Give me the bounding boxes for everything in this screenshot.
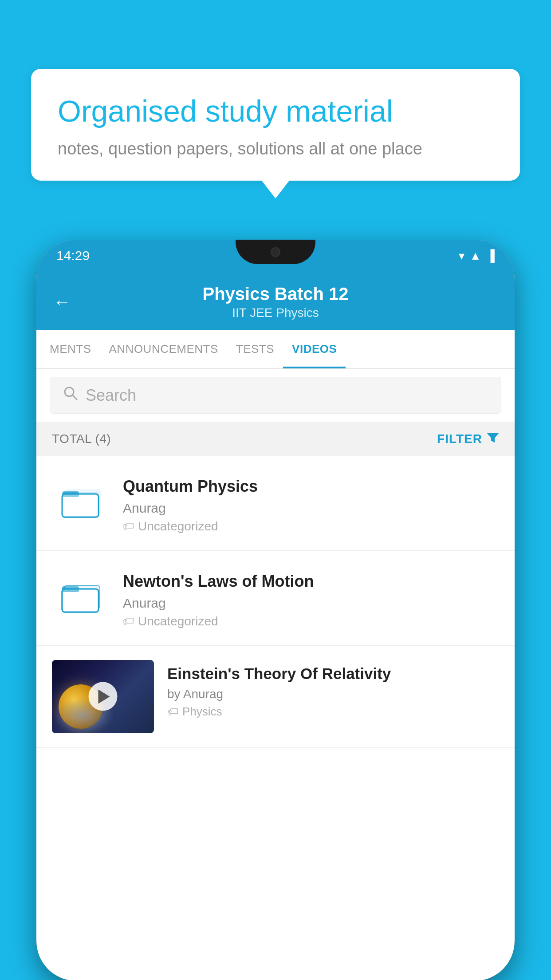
video-list: Quantum Physics Anurag 🏷 Uncategorized <box>36 456 515 748</box>
video-title-einstein: Einstein's Theory Of Relativity <box>167 664 499 684</box>
filter-label-text: FILTER <box>437 432 482 446</box>
header-subtitle: IIT JEE Physics <box>202 306 348 320</box>
search-bar-container: Search <box>36 369 515 422</box>
status-icons: ▾ ▲ ▐ <box>459 249 495 263</box>
video-title-quantum: Quantum Physics <box>123 476 499 497</box>
search-bar[interactable]: Search <box>50 377 501 414</box>
status-bar: 14:29 ▾ ▲ ▐ <box>36 240 515 272</box>
svg-line-1 <box>72 395 77 399</box>
tab-announcements[interactable]: ANNOUNCEMENTS <box>100 330 227 368</box>
play-button-icon[interactable] <box>89 682 118 711</box>
search-icon <box>63 385 79 405</box>
tab-tests[interactable]: TESTS <box>227 330 283 368</box>
app-header: ← Physics Batch 12 IIT JEE Physics <box>36 272 515 330</box>
svg-rect-8 <box>62 494 98 517</box>
tag-text-newton: Uncategorized <box>138 614 218 628</box>
header-title-group: Physics Batch 12 IIT JEE Physics <box>202 284 348 320</box>
video-thumb-quantum <box>52 473 110 530</box>
filter-row: TOTAL (4) FILTER <box>36 422 515 456</box>
video-info-einstein: Einstein's Theory Of Relativity by Anura… <box>167 660 499 719</box>
phone-screen: 14:29 ▾ ▲ ▐ ← Physics Batch 12 IIT JEE P… <box>36 240 515 980</box>
filter-funnel-icon <box>487 431 499 447</box>
speech-bubble-subtext: notes, question papers, solutions all at… <box>58 139 493 158</box>
header-title: Physics Batch 12 <box>202 284 348 304</box>
video-thumbnail-einstein <box>52 660 154 733</box>
svg-rect-14 <box>62 586 79 592</box>
tag-icon: 🏷 <box>123 614 134 628</box>
video-tag-einstein: 🏷 Physics <box>167 705 499 719</box>
svg-marker-2 <box>487 433 499 443</box>
video-title-newton: Newton's Laws of Motion <box>123 571 499 592</box>
status-time: 14:29 <box>56 248 90 263</box>
list-item[interactable]: Quantum Physics Anurag 🏷 Uncategorized <box>36 456 515 551</box>
tab-videos[interactable]: VIDEOS <box>283 330 346 368</box>
video-tag-newton: 🏷 Uncategorized <box>123 614 499 628</box>
play-triangle <box>98 689 110 703</box>
video-info-quantum: Quantum Physics Anurag 🏷 Uncategorized <box>123 473 499 533</box>
speech-bubble-heading: Organised study material <box>58 93 493 130</box>
speech-bubble: Organised study material notes, question… <box>31 69 520 181</box>
camera-dot <box>271 247 280 257</box>
wifi-icon: ▾ <box>459 249 464 263</box>
svg-rect-13 <box>62 589 98 612</box>
video-author-einstein: by Anurag <box>167 687 499 701</box>
tag-icon: 🏷 <box>123 519 134 533</box>
video-tag-quantum: 🏷 Uncategorized <box>123 519 499 533</box>
tag-text-einstein: Physics <box>182 705 222 719</box>
video-author-newton: Anurag <box>123 596 499 611</box>
tag-icon: 🏷 <box>167 705 179 719</box>
battery-icon: ▐ <box>487 249 495 263</box>
list-item[interactable]: Newton's Laws of Motion Anurag 🏷 Uncateg… <box>36 551 515 646</box>
list-item[interactable]: Einstein's Theory Of Relativity by Anura… <box>36 646 515 748</box>
search-placeholder-text: Search <box>86 386 136 405</box>
tag-text-quantum: Uncategorized <box>138 519 218 533</box>
tabs-bar: MENTS ANNOUNCEMENTS TESTS VIDEOS <box>36 330 515 369</box>
tab-ments[interactable]: MENTS <box>41 330 100 368</box>
speech-bubble-container: Organised study material notes, question… <box>31 69 520 181</box>
notch <box>236 240 315 264</box>
total-count-label: TOTAL (4) <box>52 432 111 446</box>
phone-frame: 14:29 ▾ ▲ ▐ ← Physics Batch 12 IIT JEE P… <box>36 240 515 980</box>
video-author-quantum: Anurag <box>123 501 499 516</box>
back-button[interactable]: ← <box>53 292 71 312</box>
signal-icon: ▲ <box>470 249 481 263</box>
filter-button[interactable]: FILTER <box>437 431 499 447</box>
video-info-newton: Newton's Laws of Motion Anurag 🏷 Uncateg… <box>123 568 499 628</box>
video-thumb-newton <box>52 568 110 625</box>
svg-rect-9 <box>62 491 79 497</box>
